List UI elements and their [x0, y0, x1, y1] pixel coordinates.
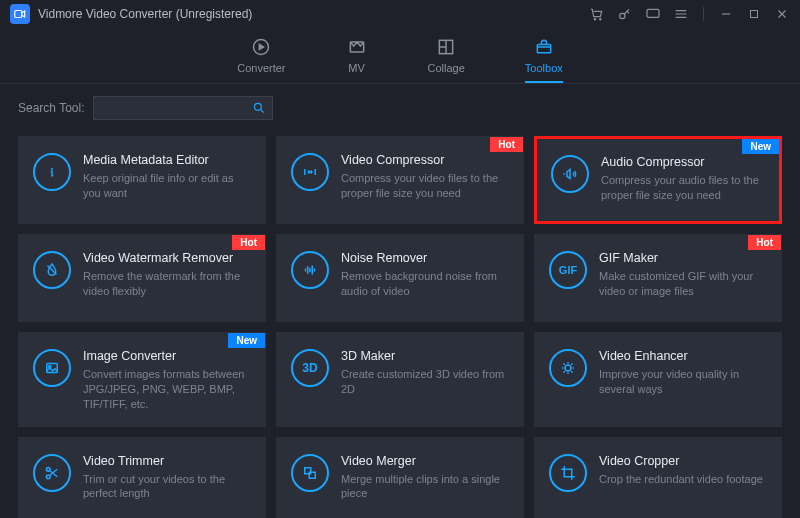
- search-label: Search Tool:: [18, 101, 85, 115]
- crop-icon: [549, 454, 587, 492]
- hot-badge: Hot: [490, 137, 523, 152]
- tool-video-merger[interactable]: Video Merger Merge multiple clips into a…: [276, 437, 524, 518]
- audio-compress-icon: [551, 155, 589, 193]
- svg-rect-0: [15, 11, 22, 18]
- tool-video-enhancer[interactable]: Video Enhancer Improve your video qualit…: [534, 332, 782, 427]
- tool-title: Audio Compressor: [601, 155, 765, 169]
- tool-audio-compressor[interactable]: New Audio Compressor Compress your audio…: [534, 136, 782, 224]
- merge-icon: [291, 454, 329, 492]
- svg-point-11: [52, 169, 53, 170]
- tool-title: 3D Maker: [341, 349, 509, 363]
- scissors-icon: [33, 454, 71, 492]
- svg-point-15: [46, 467, 50, 471]
- tab-collage[interactable]: Collage: [428, 36, 465, 83]
- threed-icon: 3D: [291, 349, 329, 387]
- tool-media-metadata-editor[interactable]: Media Metadata Editor Keep original file…: [18, 136, 266, 224]
- main-nav: Converter MV Collage Toolbox: [0, 28, 800, 84]
- noise-icon: [291, 251, 329, 289]
- svg-rect-5: [751, 11, 758, 18]
- enhance-icon: [549, 349, 587, 387]
- new-badge: New: [742, 139, 779, 154]
- watermark-icon: [33, 251, 71, 289]
- tab-mv[interactable]: MV: [346, 36, 368, 83]
- tool-desc: Make customized GIF with your video or i…: [599, 269, 767, 299]
- tool-video-trimmer[interactable]: Video Trimmer Trim or cut your videos to…: [18, 437, 266, 518]
- mv-icon: [346, 36, 368, 58]
- feedback-icon[interactable]: [645, 6, 661, 22]
- close-icon[interactable]: [774, 6, 790, 22]
- tool-desc: Remove the watermark from the video flex…: [83, 269, 251, 299]
- maximize-icon[interactable]: [746, 6, 762, 22]
- svg-point-14: [565, 365, 571, 371]
- tool-desc: Keep original file info or edit as you w…: [83, 171, 251, 201]
- converter-icon: [250, 36, 272, 58]
- tool-gif-maker[interactable]: Hot GIF GIF Maker Make customized GIF wi…: [534, 234, 782, 322]
- tab-converter[interactable]: Converter: [237, 36, 285, 83]
- tool-title: Video Watermark Remover: [83, 251, 251, 265]
- titlebar: Vidmore Video Converter (Unregistered): [0, 0, 800, 28]
- info-icon: [33, 153, 71, 191]
- hot-badge: Hot: [232, 235, 265, 250]
- tool-3d-maker[interactable]: 3D 3D Maker Create customized 3D video f…: [276, 332, 524, 427]
- search-icon[interactable]: [252, 101, 266, 118]
- svg-rect-9: [537, 45, 550, 53]
- new-badge: New: [228, 333, 265, 348]
- search-box[interactable]: [93, 96, 273, 120]
- tool-title: Video Merger: [341, 454, 509, 468]
- search-row: Search Tool:: [18, 96, 782, 120]
- tool-image-converter[interactable]: New Image Converter Convert images forma…: [18, 332, 266, 427]
- tool-title: Image Converter: [83, 349, 251, 363]
- app-title: Vidmore Video Converter (Unregistered): [38, 7, 252, 21]
- tool-title: Video Enhancer: [599, 349, 767, 363]
- menu-icon[interactable]: [673, 6, 689, 22]
- toolbox-icon: [533, 36, 555, 58]
- hot-badge: Hot: [748, 235, 781, 250]
- tool-desc: Create customized 3D video from 2D: [341, 367, 509, 397]
- tab-toolbox[interactable]: Toolbox: [525, 36, 563, 83]
- minimize-icon[interactable]: [718, 6, 734, 22]
- tool-video-compressor[interactable]: Hot Video Compressor Compress your video…: [276, 136, 524, 224]
- svg-point-16: [46, 474, 50, 478]
- tool-video-watermark-remover[interactable]: Hot Video Watermark Remover Remove the w…: [18, 234, 266, 322]
- tool-title: Video Trimmer: [83, 454, 251, 468]
- tool-grid: Media Metadata Editor Keep original file…: [18, 136, 782, 518]
- compress-icon: [291, 153, 329, 191]
- image-convert-icon: [33, 349, 71, 387]
- svg-point-3: [620, 13, 625, 18]
- tool-title: Media Metadata Editor: [83, 153, 251, 167]
- collage-icon: [435, 36, 457, 58]
- tool-title: Video Cropper: [599, 454, 767, 468]
- gif-icon: GIF: [549, 251, 587, 289]
- app-logo-icon: [10, 4, 30, 24]
- tool-desc: Remove background noise from audio of vi…: [341, 269, 509, 299]
- svg-point-1: [594, 19, 595, 20]
- svg-point-10: [254, 103, 261, 110]
- tool-title: Noise Remover: [341, 251, 509, 265]
- tool-desc: Trim or cut your videos to the perfect l…: [83, 472, 251, 502]
- tool-desc: Convert images formats between JPG/JPEG,…: [83, 367, 251, 412]
- search-input[interactable]: [94, 101, 276, 115]
- tool-title: GIF Maker: [599, 251, 767, 265]
- tool-desc: Merge multiple clips into a single piece: [341, 472, 509, 502]
- tool-desc: Compress your audio files to the proper …: [601, 173, 765, 203]
- tool-desc: Improve your video quality in several wa…: [599, 367, 767, 397]
- tool-desc: Compress your video files to the proper …: [341, 171, 509, 201]
- key-icon[interactable]: [617, 6, 633, 22]
- svg-point-2: [600, 19, 601, 20]
- separator: [703, 7, 704, 21]
- tool-desc: Crop the redundant video footage: [599, 472, 767, 487]
- tool-video-cropper[interactable]: Video Cropper Crop the redundant video f…: [534, 437, 782, 518]
- cart-icon[interactable]: [589, 6, 605, 22]
- tool-noise-remover[interactable]: Noise Remover Remove background noise fr…: [276, 234, 524, 322]
- tool-title: Video Compressor: [341, 153, 509, 167]
